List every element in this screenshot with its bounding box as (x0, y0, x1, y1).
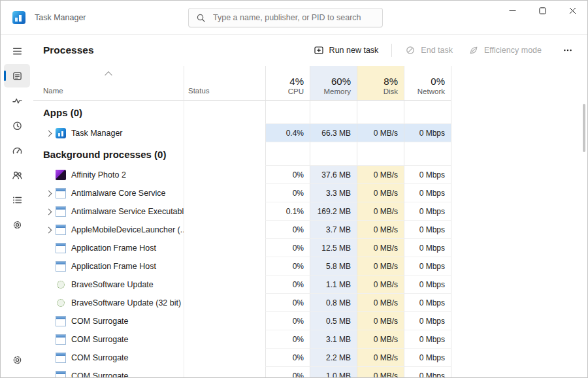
efficiency-mode-button[interactable]: Efficiency mode (462, 41, 548, 59)
process-name: Antimalware Service Executable (71, 207, 184, 216)
vertical-scrollbar[interactable] (583, 104, 585, 152)
filler-cell (451, 184, 587, 202)
disk-value: 0 MB/s (357, 312, 404, 330)
process-row[interactable]: COM Surrogate0%0.5 MB0 MB/s0 Mbps (33, 312, 587, 330)
network-value: 0 Mbps (404, 221, 451, 239)
sidebar-item-settings[interactable] (4, 348, 30, 371)
column-name-label: Name (43, 87, 63, 95)
process-row[interactable]: Affinity Photo 20%37.6 MB0 MB/s0 Mbps (33, 166, 587, 184)
process-name-cell: COM Surrogate (33, 312, 184, 330)
process-name: COM Surrogate (71, 353, 129, 362)
process-row[interactable]: Application Frame Host0%5.8 MB0 MB/s0 Mb… (33, 257, 587, 276)
end-task-button[interactable]: End task (399, 41, 459, 59)
settings-icon (12, 354, 23, 366)
group-header-label: Background processes (0) (41, 149, 166, 160)
maximize-button[interactable] (527, 1, 557, 20)
expand-chevron-icon[interactable] (45, 130, 52, 136)
column-header-name[interactable]: Name (33, 66, 184, 101)
search-box[interactable] (188, 8, 383, 27)
memory-value: 3.7 MB (310, 221, 357, 239)
network-total-stat: 0% (431, 76, 445, 87)
process-row[interactable]: COM Surrogate0%1.0 MB0 MB/s0 Mbps (33, 367, 587, 377)
memory-value: 3.1 MB (310, 330, 357, 349)
network-value: 0 Mbps (404, 276, 451, 294)
more-options-button[interactable] (557, 41, 578, 59)
process-name: COM Surrogate (71, 371, 129, 377)
minimize-button[interactable] (497, 1, 527, 20)
run-new-task-button[interactable]: Run new task (307, 41, 385, 59)
close-button[interactable] (557, 1, 587, 20)
expand-chevron-icon[interactable] (45, 208, 52, 215)
column-header-disk[interactable]: 8% Disk (357, 66, 404, 101)
startup-apps-icon (12, 145, 23, 156)
process-row[interactable]: Antimalware Service Executable0.1%169.2 … (33, 202, 587, 221)
filler-cell (451, 101, 587, 124)
network-cell (404, 101, 451, 124)
toolbar: Run new task End task Efficiency mode (307, 41, 578, 59)
sidebar-item-startup-apps[interactable] (4, 138, 30, 162)
column-header-network[interactable]: 0% Network (404, 66, 451, 101)
memory-value: 37.6 MB (310, 166, 357, 184)
filler-cell (451, 124, 587, 142)
efficiency-mode-label: Efficiency mode (484, 46, 542, 55)
process-row[interactable]: Antimalware Core Service0%3.3 MB0 MB/s0 … (33, 184, 587, 202)
sidebar-item-app-history[interactable] (4, 114, 30, 137)
sidebar-item-menu[interactable] (4, 39, 30, 63)
memory-total-stat: 60% (331, 76, 351, 87)
network-value: 0 Mbps (404, 124, 451, 142)
process-row[interactable]: AppleMobileDeviceLauncher (...0%3.7 MB0 … (33, 221, 587, 239)
status-cell (184, 294, 265, 312)
disk-value: 0 MB/s (357, 184, 404, 202)
column-header-memory[interactable]: 60% Memory (310, 66, 357, 101)
process-name-cell: Antimalware Service Executable (33, 202, 184, 221)
process-row[interactable]: BraveSoftware Update0%1.1 MB0 MB/s0 Mbps (33, 276, 587, 294)
group-header-row[interactable]: Background processes (0) (33, 142, 587, 166)
expand-chevron-icon[interactable] (45, 190, 52, 197)
memory-value: 1.0 MB (310, 367, 357, 377)
filler-cell (451, 142, 587, 166)
group-header-row[interactable]: Apps (0) (33, 101, 587, 124)
process-name: AppleMobileDeviceLauncher (... (71, 225, 184, 234)
search-input[interactable] (212, 12, 375, 23)
process-row[interactable]: COM Surrogate0%2.2 MB0 MB/s0 Mbps (33, 349, 587, 367)
memory-value: 12.5 MB (310, 239, 357, 257)
efficiency-mode-leaf-icon (468, 45, 479, 55)
process-row[interactable]: Task Manager0.4%66.3 MB0 MB/s0 Mbps (33, 124, 587, 142)
process-row[interactable]: BraveSoftware Update (32 bit)0%0.8 MB0 M… (33, 294, 587, 312)
sidebar-item-users[interactable] (4, 163, 30, 187)
disk-total-stat: 8% (384, 76, 398, 87)
filler-cell (451, 166, 587, 184)
cpu-value: 0% (265, 239, 310, 257)
status-cell (184, 312, 265, 330)
sidebar-item-details[interactable] (4, 188, 30, 212)
process-name-cell: Affinity Photo 2 (33, 166, 184, 184)
column-header-status[interactable]: Status (184, 66, 265, 101)
generic-app-icon (56, 243, 66, 253)
performance-icon (12, 95, 23, 106)
expand-slot (41, 228, 56, 232)
process-row[interactable]: Application Frame Host0%12.5 MB0 MB/s0 M… (33, 239, 587, 257)
table-body: Apps (0)Task Manager0.4%66.3 MB0 MB/s0 M… (33, 101, 587, 377)
disk-value: 0 MB/s (357, 202, 404, 221)
expand-chevron-icon[interactable] (45, 227, 52, 233)
window-controls (497, 1, 587, 20)
process-name: BraveSoftware Update (71, 280, 154, 289)
filler-cell (451, 330, 587, 349)
process-name-cell: COM Surrogate (33, 349, 184, 367)
process-name-cell: BraveSoftware Update (32 bit) (33, 294, 184, 312)
memory-value: 0.8 MB (310, 294, 357, 312)
sidebar-item-services[interactable] (4, 213, 30, 236)
column-header-cpu[interactable]: 4% CPU (265, 66, 310, 101)
memory-value: 2.2 MB (310, 349, 357, 367)
process-row[interactable]: COM Surrogate0%3.1 MB0 MB/s0 Mbps (33, 330, 587, 349)
disk-value: 0 MB/s (357, 367, 404, 377)
memory-value: 5.8 MB (310, 257, 357, 276)
process-name: Task Manager (71, 129, 123, 138)
disk-cell (357, 101, 404, 124)
task-manager-icon (56, 128, 66, 138)
process-name-cell: Application Frame Host (33, 257, 184, 276)
disk-value: 0 MB/s (357, 124, 404, 142)
sidebar-item-performance[interactable] (4, 89, 30, 112)
sidebar-item-processes[interactable] (4, 64, 30, 87)
filler-cell (451, 221, 587, 239)
